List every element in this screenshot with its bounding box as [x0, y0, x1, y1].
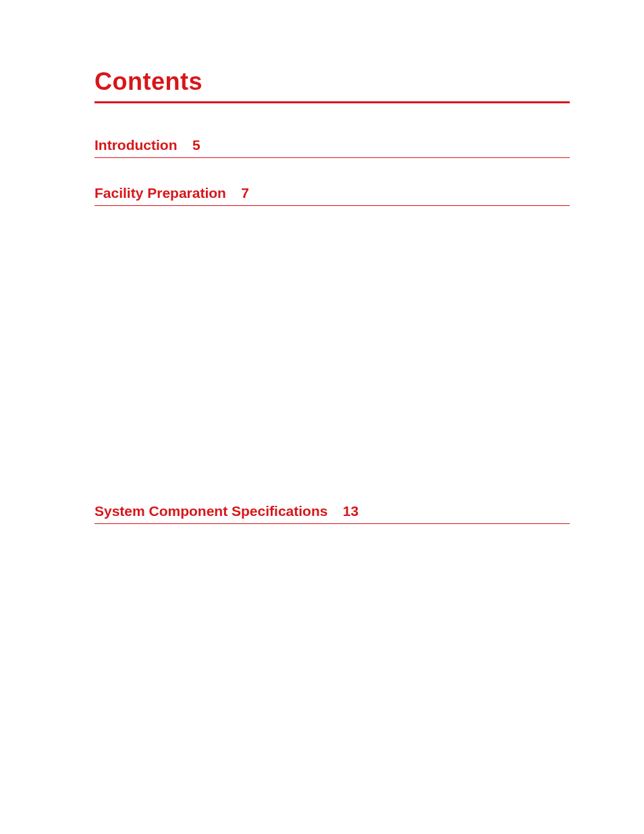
page-title: Contents: [95, 68, 570, 96]
toc-entry-page: 13: [343, 503, 358, 519]
toc-entry-title: Introduction: [95, 137, 177, 153]
toc-entry-system-component-specifications[interactable]: System Component Specifications 13: [95, 503, 570, 524]
toc-entry-title: System Component Specifications: [95, 503, 327, 519]
title-block: Contents: [95, 68, 570, 103]
toc-entry-introduction[interactable]: Introduction 5: [95, 137, 570, 158]
toc-entry-page: 5: [192, 137, 200, 153]
toc-entry-page: 7: [241, 185, 249, 201]
toc-entry-facility-preparation[interactable]: Facility Preparation 7: [95, 185, 570, 206]
toc-entry-title: Facility Preparation: [95, 185, 226, 201]
